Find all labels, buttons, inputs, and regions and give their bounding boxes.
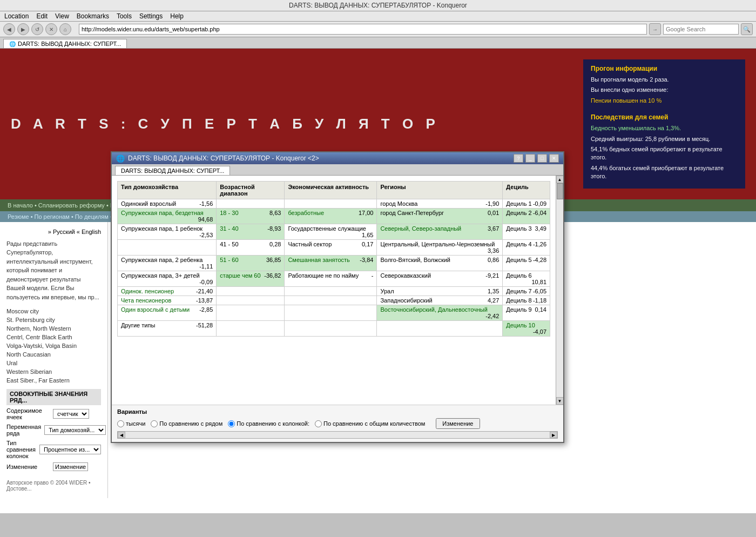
cell-age-5: старше чем 60 -36,82 bbox=[217, 271, 285, 287]
region-item-5[interactable]: North Caucasian bbox=[6, 350, 101, 359]
browser-tab-1[interactable]: 🌐 DARTS: ВЫВОД ДАННЫХ: СУПЕРТ... bbox=[3, 39, 127, 48]
info-item-0: Бедность уменьшилась на 1,3%. bbox=[591, 124, 738, 132]
radio-thousands[interactable]: тысячи bbox=[117, 420, 145, 427]
form-select-2[interactable]: Тип домохозяй... bbox=[44, 425, 106, 435]
table-row: 41 - 50 0,28 Частный сектор 0,17 Централ… bbox=[118, 240, 550, 256]
cell-econ-9 bbox=[285, 321, 377, 337]
change-button-window[interactable]: Изменение bbox=[436, 418, 480, 429]
region-item-1[interactable]: St. Petersburg city bbox=[6, 316, 101, 324]
maximize-button[interactable]: □ bbox=[537, 154, 547, 163]
scroll-right-arrow[interactable]: ▶ bbox=[550, 432, 557, 438]
form-label-2: Переменная ряда bbox=[6, 424, 41, 437]
home-button[interactable]: ⌂ bbox=[59, 23, 71, 35]
radio-by-column[interactable]: По сравнению с колонкой: bbox=[228, 420, 309, 427]
second-window-title-bar: 🌐 DARTS: ВЫВОД ДАННЫХ: СУПЕРТАБУЛЯТОР - … bbox=[112, 152, 563, 164]
cell-econ-0 bbox=[285, 199, 377, 209]
vertical-scrollbar[interactable]: ▲ ▼ bbox=[556, 176, 563, 405]
col-header-household: Тип домохозяйства bbox=[118, 182, 217, 199]
region-item-6[interactable]: Ural bbox=[6, 359, 101, 367]
cell-region-1: город Санкт-Петербург 0,01 bbox=[377, 209, 503, 224]
second-window: 🌐 DARTS: ВЫВОД ДАННЫХ: СУПЕРТАБУЛЯТОР - … bbox=[111, 151, 564, 443]
scroll-thumb[interactable] bbox=[557, 183, 563, 199]
tab-bar: 🌐 DARTS: ВЫВОД ДАННЫХ: СУПЕРТ... bbox=[0, 37, 756, 49]
menu-edit[interactable]: Edit bbox=[36, 12, 48, 20]
menu-settings[interactable]: Settings bbox=[139, 12, 163, 20]
cell-age-9 bbox=[217, 321, 285, 337]
form-label-4: Изменение bbox=[6, 464, 50, 470]
forward-button[interactable]: ▶ bbox=[17, 23, 29, 35]
second-window-tab-bar: DARTS: ВЫВОД ДАННЫХ: СУПЕРТ... bbox=[112, 164, 563, 176]
table-row: Супружеская пара, 1 ребенок -2,53 31 - 4… bbox=[118, 224, 550, 240]
cell-household-1: Супружеская пара, бездетная 94,68 bbox=[118, 209, 217, 224]
region-item-0[interactable]: Moscow city bbox=[6, 307, 101, 316]
cell-region-2: Северный, Северо-западный 3,67 bbox=[377, 224, 503, 240]
cell-household-8: Один взрослый с детьми -2,85 bbox=[118, 305, 217, 321]
intro-text: Рады представить Супертабулятор, интелле… bbox=[6, 239, 101, 302]
left-panel: » Русский « English Рады представить Суп… bbox=[0, 222, 108, 499]
cell-age-7 bbox=[217, 296, 285, 305]
info-section2: Последствия для семей bbox=[591, 113, 738, 121]
cell-region-8: Восточносибирский, Дальневосточный -2,42 bbox=[377, 305, 503, 321]
cell-decile-2: Дециль 3 3,49 bbox=[503, 224, 550, 240]
info-panel-title: Прогон информации bbox=[591, 65, 738, 72]
search-input[interactable] bbox=[663, 24, 739, 35]
region-item-7[interactable]: Western Siberian bbox=[6, 367, 101, 376]
scroll-up-arrow[interactable]: ▲ bbox=[556, 176, 564, 183]
table-row: Один взрослый с детьми -2,85 Восточносиб… bbox=[118, 305, 550, 321]
change-button-main[interactable]: Изменение bbox=[53, 462, 88, 471]
footer-text: Авторское право © 2004 WIDER • Достове..… bbox=[6, 480, 101, 492]
go-button[interactable]: → bbox=[649, 23, 661, 35]
radio-by-total[interactable]: По сравнению с общим количеством bbox=[315, 420, 425, 427]
menu-bookmarks[interactable]: Bookmarks bbox=[77, 12, 109, 20]
scroll-down-arrow[interactable]: ▼ bbox=[556, 397, 564, 405]
cell-decile-7: Дециль 8 -1,18 bbox=[503, 296, 550, 305]
region-item-3[interactable]: Centrl, Centr Black Earth bbox=[6, 333, 101, 341]
form-select-3[interactable]: Процентное из... bbox=[39, 445, 101, 454]
cell-household-6: Одинок. пенсионер -21,40 bbox=[118, 287, 217, 296]
data-table-container[interactable]: Тип домохозяйства Возрастной диапазон Эк… bbox=[112, 176, 556, 405]
scroll-track[interactable] bbox=[556, 183, 564, 397]
url-input[interactable] bbox=[79, 24, 647, 35]
variants-label: Варианты bbox=[117, 408, 147, 415]
region-list: Moscow city St. Petersburg city Northern… bbox=[6, 307, 101, 385]
form-row-4: Изменение Изменение bbox=[6, 462, 101, 471]
bottom-bar: Варианты тысячи По сравнению с рядом По … bbox=[112, 405, 563, 442]
toolbar: ◀ ▶ ↺ ✕ ⌂ → 🔍 bbox=[0, 22, 756, 37]
radio-by-row-label: По сравнению с рядом bbox=[159, 420, 222, 427]
cell-region-3: Центральный, Центрально-Черноземный 3,36 bbox=[377, 240, 503, 256]
menu-help[interactable]: Help bbox=[170, 12, 184, 20]
reload-button[interactable]: ↺ bbox=[31, 23, 43, 35]
menu-tools[interactable]: Tools bbox=[117, 12, 132, 20]
h-scroll-track[interactable] bbox=[125, 432, 550, 438]
stop-button[interactable]: ✕ bbox=[45, 23, 57, 35]
lang-switch-text[interactable]: » Русский « English bbox=[48, 229, 101, 235]
minimize-button[interactable]: _ bbox=[525, 154, 535, 163]
section-title: СОВОКУПНЫЕ ЗНАЧЕНИЯ РЯД... bbox=[6, 389, 101, 405]
search-icon[interactable]: 🔍 bbox=[741, 23, 753, 35]
cell-household-0: Одинокий взрослый -1,56 bbox=[118, 199, 217, 209]
help-button[interactable]: ? bbox=[514, 154, 523, 163]
region-item-4[interactable]: Volga-Vaytski, Volga Basin bbox=[6, 341, 101, 350]
menu-location[interactable]: Location bbox=[4, 12, 29, 20]
menu-view[interactable]: View bbox=[55, 12, 69, 20]
radio-by-total-label: По сравнению с общим количеством bbox=[323, 420, 425, 427]
cell-econ-7 bbox=[285, 296, 377, 305]
radio-by-row[interactable]: По сравнению с рядом bbox=[151, 420, 222, 427]
cell-decile-6: Дециль 7 -6,05 bbox=[503, 287, 550, 296]
col-header-econ: Экономическая активность bbox=[285, 182, 377, 199]
form-select-1[interactable]: счетчик bbox=[53, 409, 89, 419]
info-line2: Вы внесли одно изменение: bbox=[591, 86, 738, 94]
window-title: DARTS: ВЫВОД ДАННЫХ: СУПЕРТАБУЛЯТОР - Ko… bbox=[289, 2, 467, 9]
close-button[interactable]: ✕ bbox=[549, 154, 559, 163]
table-row: Одинок. пенсионер -21,40 Урал 1,35 bbox=[118, 287, 550, 296]
second-window-tab[interactable]: DARTS: ВЫВОД ДАННЫХ: СУПЕРТ... bbox=[115, 166, 230, 175]
scroll-left-arrow[interactable]: ◀ bbox=[118, 432, 125, 438]
col-header-age: Возрастной диапазон bbox=[217, 182, 285, 199]
cell-household-7: Чета пенсионеров -13,87 bbox=[118, 296, 217, 305]
col-header-regions: Регионы bbox=[377, 182, 503, 199]
horizontal-scrollbar[interactable]: ◀ ▶ bbox=[117, 431, 558, 439]
region-item-8[interactable]: East Siber., Far Eastern bbox=[6, 376, 101, 385]
region-item-2[interactable]: Northern, North Western bbox=[6, 324, 101, 333]
cell-region-7: Западносибирский 4,27 bbox=[377, 296, 503, 305]
back-button[interactable]: ◀ bbox=[3, 23, 15, 35]
